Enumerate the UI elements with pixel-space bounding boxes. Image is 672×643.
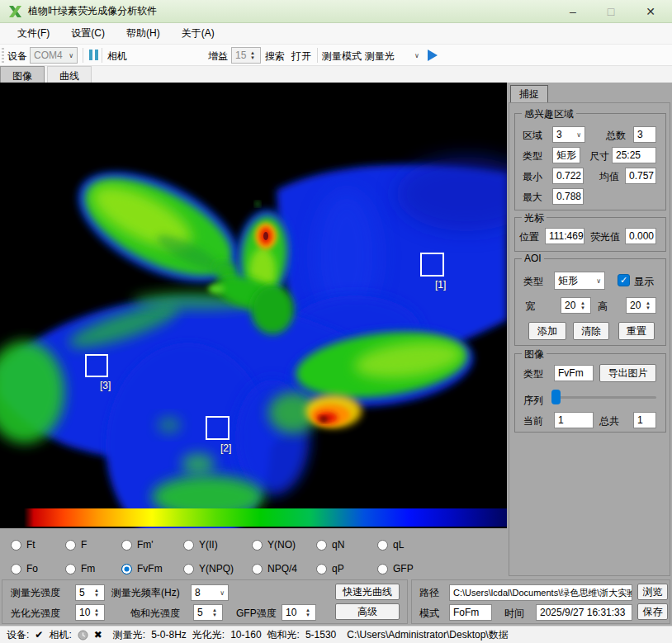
- menu-item-settings[interactable]: 设置(C): [60, 23, 116, 44]
- stepper-arrows-icon[interactable]: ▲▼: [248, 50, 257, 60]
- radio-icon: [65, 540, 76, 551]
- slider-thumb[interactable]: [551, 390, 561, 404]
- export-image-button[interactable]: 导出图片: [599, 364, 656, 382]
- min-field[interactable]: 0.722: [552, 168, 584, 184]
- aoi-group-title: AOI: [522, 253, 544, 264]
- title-bar: 植物叶绿素荧光成像分析软件 – □ ✕: [0, 0, 672, 23]
- camera-button[interactable]: 相机: [107, 50, 127, 64]
- view-tabs: 图像 曲线: [0, 66, 672, 83]
- stepper-arrows-icon[interactable]: ▲▼: [579, 300, 587, 310]
- max-field[interactable]: 0.788: [552, 188, 584, 205]
- radio-f[interactable]: F: [65, 539, 121, 551]
- menu-item-help[interactable]: 帮助(H): [116, 23, 171, 44]
- aoi-height-stepper[interactable]: 20 ▲▼: [626, 297, 656, 314]
- show-label: 显示: [634, 275, 654, 289]
- status-actinic-value: 10-160: [230, 629, 261, 641]
- slider-track[interactable]: [551, 396, 656, 399]
- radio-yno[interactable]: Y(NO): [252, 539, 316, 551]
- saturation-intensity-stepper[interactable]: 5 ▲▼: [193, 604, 223, 621]
- path-label: 路径: [419, 586, 439, 600]
- path-field[interactable]: C:\Users\lcdal\Documents\绿色思维\浙大实验: [449, 584, 632, 601]
- open-button[interactable]: 打开: [291, 50, 311, 64]
- camera-pending-clock-icon: [78, 630, 88, 641]
- region-select[interactable]: 3 ∨: [552, 126, 585, 143]
- sequence-slider[interactable]: [551, 390, 656, 404]
- radio-gfp[interactable]: GFP: [377, 563, 507, 574]
- mean-field[interactable]: 0.757: [625, 168, 656, 184]
- search-button[interactable]: 搜索: [265, 50, 285, 64]
- show-checkbox[interactable]: ✓: [618, 274, 630, 286]
- actinic-intensity-stepper[interactable]: 10 ▲▼: [75, 604, 105, 621]
- measure-mode-button[interactable]: 测量模式: [322, 50, 362, 64]
- radio-fm[interactable]: Fm: [65, 563, 121, 574]
- save-button[interactable]: 保存: [637, 603, 668, 620]
- start-button-play-icon[interactable]: [428, 50, 438, 61]
- com-port-select[interactable]: COM4 ∨: [30, 47, 78, 64]
- light-settings-panel: 测量光强度 5 ▲▼ 测量光频率(Hz) 8 ∨ 快速光曲线 光化光强度 10 …: [2, 579, 408, 624]
- close-button[interactable]: ✕: [646, 5, 655, 18]
- measure-light-button[interactable]: 测量光: [365, 50, 395, 64]
- maximize-button[interactable]: □: [608, 5, 614, 18]
- gfp-intensity-stepper[interactable]: 10 ▲▼: [282, 604, 316, 621]
- max-label: 最大: [523, 191, 542, 205]
- radio-ynpq[interactable]: Y(NPQ): [183, 563, 252, 574]
- fluor-value-field[interactable]: 0.000: [625, 228, 656, 244]
- radio-qn[interactable]: qN: [316, 539, 377, 551]
- aoi-type-label: 类型: [523, 275, 543, 289]
- sequence-total-field[interactable]: 1: [633, 412, 656, 428]
- mean-label: 均值: [599, 170, 619, 184]
- stepper-arrows-icon[interactable]: ▲▼: [92, 608, 101, 617]
- current-field[interactable]: 1: [554, 412, 594, 428]
- radio-qp[interactable]: qP: [316, 563, 377, 574]
- measure-frequency-select[interactable]: 8 ∨: [191, 584, 229, 601]
- measure-intensity-stepper[interactable]: 5 ▲▼: [75, 584, 105, 601]
- roi-type-field[interactable]: 矩形: [552, 147, 580, 163]
- position-field[interactable]: 111:469: [545, 228, 584, 244]
- capture-panel-body: 感兴趣区域 区域 3 ∨ 总数 3 类型 矩形 尺寸 25:25 最小 0.72…: [509, 102, 670, 576]
- aoi-group: AOI 类型 矩形 ∨ ✓ 显示 宽 20 ▲▼ 高 20 ▲▼ 添加 清除 重…: [514, 258, 666, 346]
- type-label: 类型: [523, 149, 542, 163]
- mode-field[interactable]: FoFm: [449, 604, 492, 621]
- menu-item-about[interactable]: 关于(A): [171, 23, 225, 44]
- time-field[interactable]: 2025/9/27 16:31:33: [536, 604, 632, 621]
- parameter-radio-strip: Ft F Fm' Y(II) Y(NO) qN qL Fo Fm FvFm Y(…: [0, 528, 507, 578]
- tab-image[interactable]: 图像: [0, 66, 45, 83]
- tab-capture[interactable]: 捕捉: [510, 85, 548, 103]
- size-field[interactable]: 25:25: [612, 147, 656, 163]
- device-ok-check-icon: ✔: [35, 629, 43, 641]
- image-area[interactable]: [1] [2] [3]: [0, 83, 507, 528]
- chevron-down-icon[interactable]: ∨: [414, 52, 419, 59]
- menu-item-file[interactable]: 文件(F): [7, 23, 60, 44]
- stepper-arrows-icon[interactable]: ▲▼: [644, 300, 652, 310]
- radio-ft[interactable]: Ft: [11, 539, 65, 551]
- clear-button[interactable]: 清除: [573, 322, 609, 340]
- radio-icon: [252, 564, 263, 574]
- stepper-arrows-icon[interactable]: ▲▼: [304, 608, 312, 617]
- browse-button[interactable]: 浏览: [637, 584, 668, 600]
- stepper-arrows-icon[interactable]: ▲▼: [92, 588, 101, 598]
- aoi-type-select[interactable]: 矩形 ∨: [554, 272, 605, 290]
- advanced-button[interactable]: 高级: [335, 603, 400, 620]
- stepper-arrows-icon[interactable]: ▲▼: [211, 608, 219, 617]
- region-label: 区域: [523, 129, 542, 143]
- gain-stepper[interactable]: 15 ▲▼: [231, 47, 261, 64]
- radio-ql[interactable]: qL: [377, 539, 507, 551]
- add-button[interactable]: 添加: [528, 322, 566, 340]
- radio-fo[interactable]: Fo: [11, 563, 65, 574]
- total-field[interactable]: 3: [633, 126, 656, 143]
- aoi-width-stepper[interactable]: 20 ▲▼: [561, 297, 591, 314]
- image-type-field[interactable]: FvFm: [554, 365, 594, 381]
- separator: [317, 48, 318, 63]
- minimize-button[interactable]: –: [570, 5, 576, 18]
- tab-curve[interactable]: 曲线: [47, 66, 92, 83]
- radio-npq4[interactable]: NPQ/4: [252, 563, 316, 574]
- radio-y2[interactable]: Y(II): [183, 539, 252, 551]
- radio-icon: [316, 540, 327, 551]
- radio-fm-prime[interactable]: Fm': [121, 539, 183, 551]
- status-saturation-value: 5-1530: [305, 629, 336, 641]
- pause-button[interactable]: [89, 50, 98, 60]
- camera-disconnected-x-icon: ✖: [94, 629, 102, 641]
- fast-light-curve-button[interactable]: 快速光曲线: [335, 584, 400, 600]
- reset-button[interactable]: 重置: [618, 322, 655, 340]
- radio-fvfm-selected[interactable]: FvFm: [121, 563, 183, 574]
